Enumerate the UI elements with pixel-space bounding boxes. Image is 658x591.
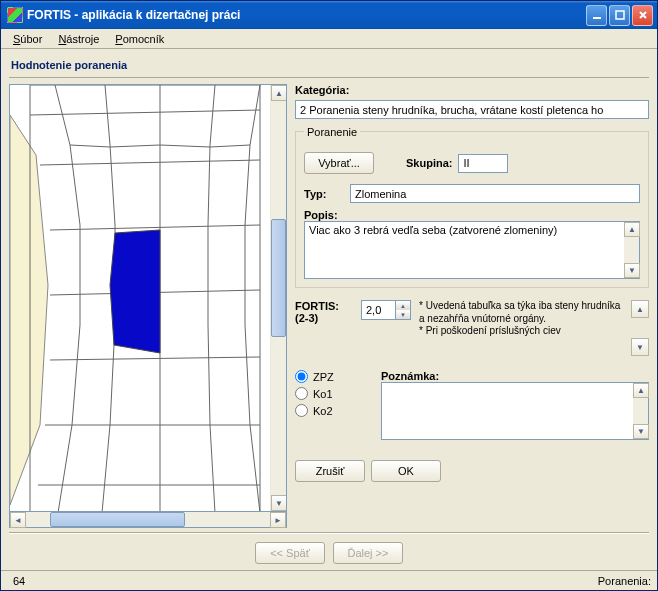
desc-label: Popis: <box>304 209 640 221</box>
minimize-button[interactable] <box>586 5 607 26</box>
app-window: FORTIS - aplikácia k dizertačnej práci S… <box>0 0 658 591</box>
radio-group: ZPZ Ko1 Ko2 <box>295 370 375 417</box>
main-row: ▲ ▼ ◄ ► Kategória: <box>9 84 649 530</box>
section-title: Hodnotenie poranenia <box>9 55 649 78</box>
svg-rect-1 <box>616 11 624 19</box>
menu-subor[interactable]: SúborSúbordocument.currentScript.previou… <box>5 31 50 47</box>
select-button[interactable]: Vybrať... <box>304 152 374 174</box>
scroll-thumb-h[interactable] <box>50 512 184 527</box>
fortis-value-input[interactable] <box>361 300 395 320</box>
dialog-buttons: Zrušiť OK <box>295 460 649 482</box>
desc-scroll-up[interactable]: ▲ <box>624 222 640 237</box>
svg-rect-0 <box>593 17 601 19</box>
next-button[interactable]: Ďalej >> <box>333 542 403 564</box>
ok-button[interactable]: OK <box>371 460 441 482</box>
radio-ko2[interactable]: Ko2 <box>295 404 375 417</box>
scroll-down-button[interactable]: ▼ <box>271 495 287 511</box>
cancel-button[interactable]: Zrušiť <box>295 460 365 482</box>
diagram-hscroll[interactable]: ◄ ► <box>9 512 287 528</box>
menu-nastroje[interactable]: Nástroje <box>50 31 107 47</box>
desc-scroll-down[interactable]: ▼ <box>624 263 640 278</box>
close-button[interactable] <box>632 5 653 26</box>
type-input[interactable] <box>350 184 640 203</box>
scroll-track[interactable] <box>271 101 286 495</box>
window-title: FORTIS - aplikácia k dizertačnej práci <box>27 8 586 22</box>
category-input[interactable] <box>295 100 649 119</box>
note-scroll-up[interactable]: ▲ <box>631 300 649 318</box>
scroll-right-button[interactable]: ► <box>270 512 286 528</box>
scroll-thumb[interactable] <box>271 219 286 337</box>
fortis-note: * Uvedená tabuľka sa týka iba steny hrud… <box>415 300 627 338</box>
diagram-vscroll[interactable]: ▲ ▼ <box>270 85 286 511</box>
statusbar: 64 Poranenia: <box>1 570 657 590</box>
poznamka-scroll-up[interactable]: ▲ <box>633 383 649 398</box>
wizard-nav: << Späť Ďalej >> <box>9 533 649 570</box>
poznamka-textarea[interactable] <box>381 382 633 440</box>
scroll-up-button[interactable]: ▲ <box>271 85 287 101</box>
note-scroll-down[interactable]: ▼ <box>631 338 649 356</box>
category-label: Kategória: <box>295 84 649 96</box>
injury-fieldset: Poranenie Vybrať... Skupina: Typ: Popis: <box>295 131 649 288</box>
selected-region[interactable] <box>110 230 160 353</box>
diagram-column: ▲ ▼ ◄ ► <box>9 84 287 530</box>
spin-down-button[interactable]: ▼ <box>396 310 410 319</box>
window-controls <box>586 5 653 26</box>
radio-zpz[interactable]: ZPZ <box>295 370 375 383</box>
fieldset-legend: Poranenie <box>304 126 360 138</box>
status-left: 64 <box>7 573 594 589</box>
poznamka-label: Poznámka: <box>381 370 649 382</box>
menubar: SúborSúbordocument.currentScript.previou… <box>1 29 657 49</box>
scroll-track-h[interactable] <box>26 512 270 527</box>
menu-pomocnik[interactable]: Pomocník <box>107 31 172 47</box>
fortis-label: FORTIS: <box>295 300 357 312</box>
desc-scroll[interactable]: ▲ ▼ <box>624 221 640 279</box>
app-icon <box>7 7 23 23</box>
poznamka-scroll[interactable]: ▲ ▼ <box>633 382 649 440</box>
maximize-button[interactable] <box>609 5 630 26</box>
poznamka-scroll-down[interactable]: ▼ <box>633 424 649 439</box>
fortis-spinner[interactable]: ▲ ▼ <box>361 300 411 320</box>
fortis-range: (2-3) <box>295 312 357 324</box>
body-diagram[interactable]: ▲ ▼ <box>9 84 287 512</box>
type-label: Typ: <box>304 188 344 200</box>
scroll-left-button[interactable]: ◄ <box>10 512 26 528</box>
titlebar[interactable]: FORTIS - aplikácia k dizertačnej práci <box>1 1 657 29</box>
group-label: Skupina: <box>406 157 452 169</box>
diagram-svg[interactable] <box>10 85 272 512</box>
radio-ko1[interactable]: Ko1 <box>295 387 375 400</box>
form-column: Kategória: Poranenie Vybrať... Skupina: … <box>295 84 649 530</box>
status-right: Poranenia: <box>598 575 651 587</box>
back-button[interactable]: << Späť <box>255 542 325 564</box>
group-input[interactable] <box>458 154 508 173</box>
spin-up-button[interactable]: ▲ <box>396 301 410 310</box>
content-area: Hodnotenie poranenia <box>1 49 657 570</box>
desc-textarea[interactable]: Viac ako 3 rebrá vedľa seba (zatvorené z… <box>304 221 624 279</box>
